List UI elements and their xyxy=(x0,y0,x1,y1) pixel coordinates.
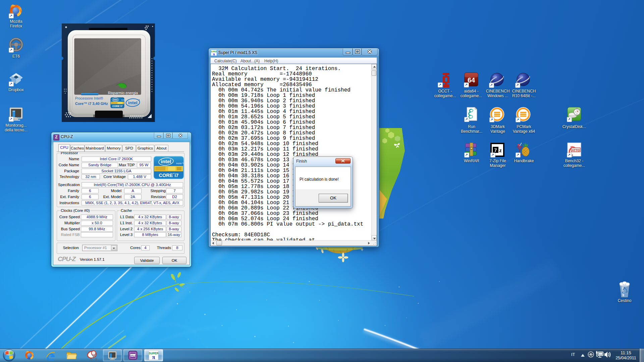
svg-text:Core™ i7 3,40 GHz: Core™ i7 3,40 GHz xyxy=(75,102,108,106)
svg-text:CORE´i7: CORE´i7 xyxy=(112,105,122,108)
svg-text:π: π xyxy=(152,354,155,360)
svg-text:intel: intel xyxy=(161,159,171,164)
svg-text:ATTO: ATTO xyxy=(572,148,580,152)
svg-text:intel: intel xyxy=(17,116,21,118)
svg-text:z: z xyxy=(499,147,502,153)
svg-text:π: π xyxy=(213,52,215,56)
svg-text:7: 7 xyxy=(494,147,497,153)
svg-text:intel: intel xyxy=(113,99,118,101)
svg-text:CPU-Z: CPU-Z xyxy=(130,355,136,357)
svg-text:inside™: inside™ xyxy=(121,99,126,101)
svg-text:Risparmio energia: Risparmio energia xyxy=(108,91,138,95)
svg-text:inside™: inside™ xyxy=(176,162,184,165)
svg-text:CORE´i7: CORE´i7 xyxy=(159,173,179,178)
svg-text:Processore Intel®: Processore Intel® xyxy=(75,96,103,100)
svg-text:intel: intel xyxy=(128,100,138,105)
